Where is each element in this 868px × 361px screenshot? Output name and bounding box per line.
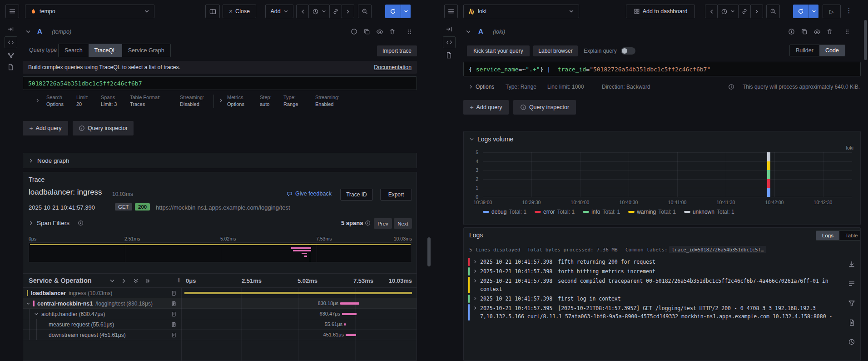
logs-volume-title[interactable]: Logs volume: [477, 135, 513, 143]
datasource-picker[interactable]: tempo: [25, 5, 154, 18]
tab-service-graph[interactable]: Service Graph: [122, 44, 170, 57]
trace-id-button[interactable]: Trace ID: [340, 189, 373, 201]
span-row[interactable]: downstream request (451.61μs) 451.61μs: [23, 330, 417, 340]
log-row[interactable]: 2025-10-21 10:41:57.398first log in cont…: [468, 295, 842, 303]
outline-queries-icon[interactable]: [443, 36, 456, 48]
legend-item-info[interactable]: infoTotal: 1: [583, 209, 620, 215]
query-row-collapse-icon[interactable]: [466, 29, 471, 35]
view-logs[interactable]: Logs: [816, 231, 839, 240]
split-pane-resize-button[interactable]: [205, 5, 220, 18]
log-expand-icon[interactable]: [473, 269, 477, 273]
time-shift-back-button[interactable]: [296, 5, 309, 18]
log-expand-icon[interactable]: [473, 279, 477, 283]
label-browser-button[interactable]: Label browser: [533, 45, 578, 56]
close-split-button[interactable]: × Close: [223, 5, 256, 18]
span-logs-icon[interactable]: [171, 322, 177, 327]
log-row[interactable]: 2025-10-21 10:41:57.398fifth returning 2…: [468, 258, 842, 266]
query-row-collapse-icon[interactable]: [25, 29, 31, 35]
expand-all-icon[interactable]: [133, 278, 139, 284]
traceql-query-input[interactable]: 50182726a54b351dbc1c5ff2c46cf6b7: [23, 76, 417, 90]
span-logs-icon[interactable]: [171, 311, 177, 317]
volume-bar-unknown[interactable]: [767, 152, 770, 161]
dock-outline-icon[interactable]: [446, 25, 453, 33]
chevron-down-icon[interactable]: [26, 301, 30, 306]
info-circle-icon[interactable]: [365, 220, 371, 226]
span-bar[interactable]: [344, 323, 346, 326]
mode-code[interactable]: Code: [819, 45, 845, 56]
view-table[interactable]: Table: [839, 231, 861, 240]
scroll-to-bottom-icon[interactable]: [848, 261, 855, 268]
refresh-interval-dropdown[interactable]: [808, 5, 818, 18]
delete-query-icon[interactable]: [389, 28, 396, 35]
log-expand-icon[interactable]: [473, 296, 477, 301]
span-bar[interactable]: [184, 292, 412, 294]
outline-queries-icon[interactable]: [5, 36, 17, 48]
time-picker-button[interactable]: [308, 5, 330, 18]
span-logs-icon[interactable]: [171, 332, 177, 338]
log-row[interactable]: 2025-10-21 10:41:57.395[2025-10-21T08:41…: [468, 304, 842, 321]
span-filters-label[interactable]: Span Filters: [37, 220, 69, 226]
legend-item-unknown[interactable]: unknownTotal: 1: [684, 209, 734, 215]
chevron-right-icon[interactable]: [29, 221, 34, 226]
chevron-down-icon[interactable]: [34, 312, 39, 316]
time-shift-back-button[interactable]: [705, 5, 718, 18]
legend-item-debug[interactable]: debugTotal: 1: [483, 209, 526, 215]
common-labels-badge[interactable]: trace_id=50182726a54b351dbc1c5f…: [669, 246, 766, 253]
time-picker-button[interactable]: [717, 5, 739, 18]
collapse-all-icon[interactable]: [145, 278, 150, 284]
time-shift-forward-button[interactable]: [342, 5, 354, 18]
copy-link-button[interactable]: [329, 5, 342, 18]
legend-item-warning[interactable]: warningTotal: 1: [628, 209, 676, 215]
log-row[interactable]: 2025-10-21 10:41:57.398forth hitting met…: [468, 267, 842, 276]
add-dropdown-button[interactable]: Add: [265, 5, 293, 18]
zoom-out-button[interactable]: [766, 5, 780, 18]
give-feedback-link[interactable]: Give feedback: [287, 191, 332, 197]
duplicate-query-icon[interactable]: [801, 28, 808, 35]
volume-bar-debug[interactable]: [767, 188, 770, 197]
log-row[interactable]: 2025-10-21 10:41:57.398second compiled t…: [468, 277, 842, 293]
mode-builder[interactable]: Builder: [790, 45, 819, 56]
query-inspector-button[interactable]: Query inspector: [513, 100, 576, 115]
sort-oldest-first-icon[interactable]: [848, 338, 855, 346]
span-row[interactable]: loadbalancer ingress (10.03ms): [23, 288, 417, 298]
span-bar[interactable]: [340, 302, 359, 305]
span-bar[interactable]: [346, 334, 356, 336]
span-row[interactable]: aiohttp.handler (630.47μs) 630.47μs: [23, 309, 417, 319]
legend-item-error[interactable]: errorTotal: 1: [535, 209, 575, 215]
documentation-link[interactable]: Documentation: [374, 64, 412, 70]
minimap-cursor[interactable]: [310, 243, 310, 262]
options-label[interactable]: Options: [476, 84, 494, 90]
volume-bar-info[interactable]: [767, 170, 770, 179]
menu-toggle-button[interactable]: [5, 5, 19, 18]
dock-outline-icon[interactable]: [7, 25, 15, 33]
refresh-button[interactable]: [793, 5, 808, 18]
chevron-down-icon[interactable]: [109, 278, 115, 284]
node-graph-panel[interactable]: Node graph: [23, 153, 417, 168]
span-row[interactable]: central-mockbin-ns1 /logging/test (830.1…: [23, 298, 417, 309]
copy-link-button[interactable]: [738, 5, 751, 18]
outline-trace-icon[interactable]: [7, 64, 14, 70]
window-scrollbar[interactable]: [864, 20, 867, 60]
run-query-button[interactable]: ▷: [823, 5, 841, 18]
span-bar[interactable]: [342, 313, 357, 315]
span-row[interactable]: measure request (55.61μs) 55.61μs: [23, 319, 417, 330]
outline-node-graph-icon[interactable]: [7, 52, 15, 59]
import-trace-button[interactable]: Import trace: [377, 45, 417, 56]
zoom-out-button[interactable]: [358, 5, 372, 18]
kick-start-query-button[interactable]: Kick start your query: [467, 45, 530, 56]
add-query-button[interactable]: + Add query: [463, 100, 509, 115]
delete-query-icon[interactable]: [826, 28, 833, 35]
span-logs-icon[interactable]: [171, 301, 177, 306]
chevron-down-icon[interactable]: [469, 137, 474, 142]
info-circle-icon[interactable]: [78, 220, 84, 226]
refresh-button[interactable]: [385, 5, 401, 18]
add-to-dashboard-button[interactable]: Add to dashboard: [626, 5, 695, 18]
time-shift-forward-button[interactable]: [750, 5, 763, 18]
duplicate-query-icon[interactable]: [363, 28, 370, 35]
volume-bar-error[interactable]: [767, 179, 770, 188]
filter-icon[interactable]: [848, 300, 855, 307]
line-display-icon[interactable]: [848, 280, 855, 287]
query-help-icon[interactable]: [351, 28, 357, 35]
collapse-one-icon[interactable]: [121, 278, 127, 284]
drag-handle-icon[interactable]: [843, 28, 851, 35]
